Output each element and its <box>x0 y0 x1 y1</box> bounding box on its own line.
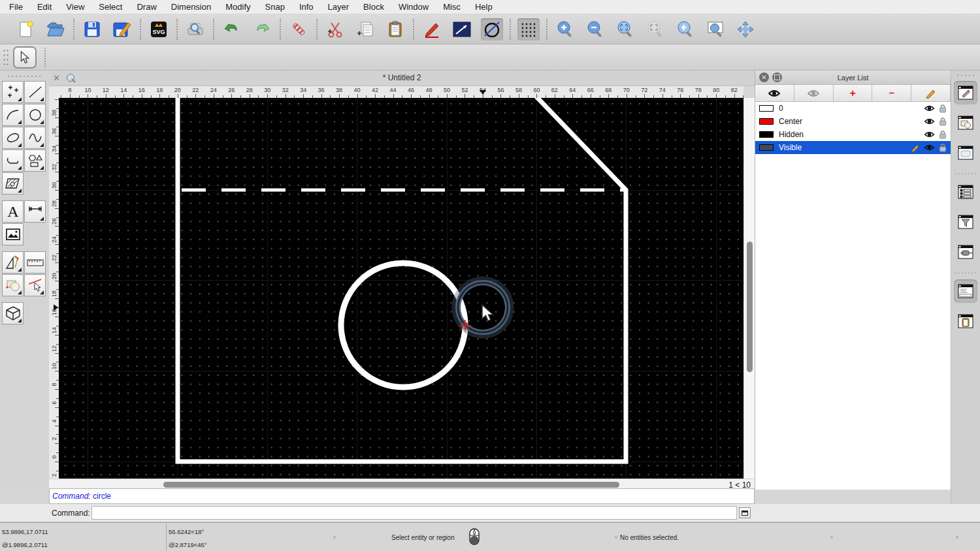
polygon-tool-button[interactable] <box>24 150 46 172</box>
palette-drag-handle[interactable] <box>7 74 43 78</box>
layer-lock-icon[interactable] <box>939 104 947 113</box>
zoom-pan-button[interactable] <box>734 18 757 40</box>
image-tool-button[interactable] <box>2 223 24 245</box>
delete-button[interactable] <box>287 18 310 40</box>
vertical-scrollbar-thumb[interactable] <box>747 242 753 372</box>
line-tool-button[interactable] <box>24 81 46 103</box>
points-tool-button[interactable] <box>2 81 24 103</box>
panel-float-icon[interactable] <box>772 72 782 82</box>
layer-visible-icon[interactable] <box>924 131 935 138</box>
menu-view[interactable]: View <box>66 2 84 12</box>
toolbar-drag-handle[interactable] <box>3 48 9 67</box>
cut-button[interactable] <box>324 18 346 40</box>
menu-block[interactable]: Block <box>363 2 384 12</box>
circle-tool-button[interactable] <box>481 18 503 40</box>
new-document-button[interactable] <box>14 18 37 40</box>
copy-button[interactable] <box>354 18 376 40</box>
selection-filter-dock-button[interactable] <box>954 210 977 234</box>
zoom-auto-button[interactable] <box>614 18 636 40</box>
dimension-tool-button[interactable] <box>24 200 46 223</box>
layer-visible-icon[interactable] <box>924 118 935 125</box>
library-browser-dock-button[interactable] <box>954 141 977 165</box>
menu-dimension[interactable]: Dimension <box>171 2 211 12</box>
selection-filter-dock-icon <box>957 214 974 230</box>
layer-edit-icon[interactable] <box>911 144 920 152</box>
layer-lock-icon[interactable] <box>939 130 947 139</box>
block-list-dock-button[interactable] <box>954 111 977 134</box>
text-tool-button[interactable]: A <box>2 200 24 223</box>
order-tool-button[interactable] <box>2 274 24 296</box>
menu-layer[interactable]: Layer <box>328 2 350 12</box>
zoom-previous-icon <box>676 20 695 39</box>
layer-lock-icon[interactable] <box>939 143 947 152</box>
menu-misc[interactable]: Misc <box>443 2 461 12</box>
layer-lock-icon[interactable] <box>939 117 947 126</box>
print-preview-icon <box>186 20 205 39</box>
snap-grid-button[interactable] <box>517 18 540 40</box>
menu-info[interactable]: Info <box>299 2 314 12</box>
dock-drag-handle[interactable] <box>956 74 975 77</box>
save-as-button[interactable] <box>111 18 133 40</box>
save-button[interactable] <box>81 18 103 40</box>
edit-layer-button[interactable] <box>911 85 951 101</box>
pen-palette-dock-button[interactable] <box>954 240 977 264</box>
menu-select[interactable]: Select <box>99 2 122 12</box>
paste-button[interactable] <box>384 18 406 40</box>
order-icon <box>5 277 22 293</box>
ruler-label: 24 <box>210 87 217 93</box>
layer-row-hidden[interactable]: Hidden <box>755 128 951 141</box>
circle-tool-button-palette[interactable] <box>24 104 46 126</box>
polyline-tool-button[interactable] <box>2 150 24 172</box>
undo-button[interactable] <box>221 18 243 40</box>
layer-list-dock-button[interactable] <box>954 81 977 104</box>
zoom-in-button[interactable] <box>554 18 576 40</box>
menu-window[interactable]: Window <box>399 2 429 12</box>
measure-tool-button[interactable] <box>2 251 24 274</box>
remove-layer-button[interactable]: － <box>872 85 911 101</box>
layer-visible-icon[interactable] <box>924 104 935 112</box>
clipboard-dock-button[interactable] <box>954 309 977 333</box>
menu-file[interactable]: File <box>9 2 23 12</box>
panel-close-icon[interactable]: ✕ <box>759 72 769 82</box>
hide-all-layers-button[interactable] <box>794 85 834 101</box>
layer-list-panel: ✕ Layer List ＋ － 0CenterHiddenVisible <box>755 71 951 490</box>
menu-edit[interactable]: Edit <box>37 2 52 12</box>
drawing-canvas[interactable] <box>59 98 743 479</box>
layer-row-visible[interactable]: Visible <box>755 141 951 154</box>
open-file-button[interactable] <box>44 18 67 40</box>
select-tool-button[interactable] <box>13 46 37 69</box>
layer-visible-icon[interactable] <box>924 144 935 151</box>
solid-tool-button[interactable] <box>2 302 24 324</box>
line-settings-button[interactable] <box>451 18 473 40</box>
spline-tool-button[interactable] <box>24 127 46 149</box>
menu-modify[interactable]: Modify <box>225 2 250 12</box>
ellipse-tool-button[interactable] <box>2 127 24 149</box>
arc-tool-button[interactable] <box>2 104 24 126</box>
layer-row-center[interactable]: Center <box>755 115 951 128</box>
pen-button[interactable] <box>421 18 443 40</box>
status-splitter-dot <box>956 536 958 539</box>
horizontal-scrollbar-thumb[interactable] <box>163 482 619 488</box>
show-all-layers-button[interactable] <box>755 85 794 101</box>
zoom-window-button[interactable] <box>704 18 727 40</box>
hatch-tool-button[interactable] <box>2 172 24 195</box>
command-input[interactable] <box>91 506 737 520</box>
vertical-scrollbar[interactable] <box>743 98 755 479</box>
add-layer-button[interactable]: ＋ <box>834 85 873 101</box>
menu-snap[interactable]: Snap <box>265 2 285 12</box>
entity-list-dock-button[interactable] <box>954 180 977 204</box>
redo-button[interactable] <box>251 18 273 40</box>
print-preview-button[interactable] <box>184 18 206 40</box>
window-glyph-icon <box>742 511 748 516</box>
export-svg-button[interactable]: SVG <box>148 18 170 40</box>
layer-row-0[interactable]: 0 <box>755 102 951 115</box>
zoom-previous-button[interactable] <box>674 18 696 40</box>
command-options-button[interactable] <box>739 507 751 518</box>
menu-help[interactable]: Help <box>475 2 493 12</box>
command-widget-dock-button[interactable] <box>954 279 977 303</box>
zoom-out-button[interactable] <box>584 18 606 40</box>
ruler-tool-button[interactable] <box>24 251 46 274</box>
menu-draw[interactable]: Draw <box>137 2 156 12</box>
zoom-selection-button[interactable] <box>644 18 666 40</box>
modify-attributes-button[interactable] <box>24 274 46 296</box>
